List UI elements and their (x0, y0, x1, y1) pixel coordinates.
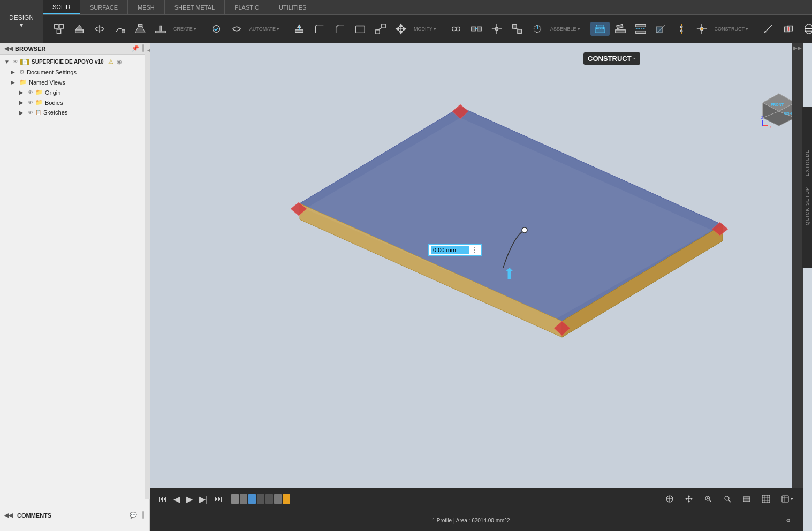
create-label[interactable]: CREATE ▾ (171, 26, 199, 32)
shell-btn[interactable] (351, 22, 370, 36)
point-btn[interactable] (692, 22, 711, 36)
browser-pin[interactable]: 📌 (132, 45, 139, 52)
svg-rect-43 (596, 25, 603, 29)
origin-item[interactable]: ▶ 👁 📁 Origin (0, 87, 149, 97)
svg-rect-111 (743, 497, 750, 502)
timeline-marker-1[interactable] (231, 494, 239, 504)
revolve-btn[interactable] (90, 22, 109, 36)
automate2-btn[interactable] (227, 22, 246, 36)
bottom-view-tools: ▾ (662, 494, 796, 504)
svg-rect-3 (75, 30, 84, 33)
svg-point-52 (680, 26, 682, 28)
tab-mesh[interactable]: MESH (128, 0, 165, 14)
ui-toggle-btn[interactable]: ▾ (778, 494, 796, 504)
svg-rect-0 (55, 25, 58, 28)
zoom-tool-btn[interactable] (701, 494, 716, 504)
timeline-marker-2[interactable] (240, 494, 247, 504)
tabs-area: SOLID SURFACE MESH SHEET METAL PLASTIC U… (43, 0, 812, 43)
tab-solid[interactable]: SOLID (43, 0, 80, 14)
nav-next-btn[interactable]: ▶| (197, 493, 210, 505)
chamfer-btn[interactable] (330, 22, 350, 36)
automate-label[interactable]: AUTOMATE ▾ (247, 26, 282, 32)
drive-joints-btn[interactable] (528, 22, 547, 36)
svg-rect-29 (472, 27, 475, 31)
axis-through-btn[interactable] (672, 22, 691, 36)
nav-play-btn[interactable]: ▶ (184, 493, 195, 505)
assemble-label[interactable]: ASSEMBLE ▾ (548, 26, 582, 32)
named-views-arrow: ▶ (11, 79, 17, 85)
bodies-eye-icon: 👁 (28, 100, 33, 105)
comments-collapse[interactable]: ┃ (141, 512, 145, 519)
timeline-marker-4[interactable] (265, 494, 273, 504)
bodies-item[interactable]: ▶ 👁 📁 Bodies (0, 97, 149, 108)
doc-warning-icon: ⚠ (108, 58, 113, 65)
fillet-btn[interactable] (310, 22, 329, 36)
midplane-btn[interactable] (631, 22, 650, 36)
offset-plane-btn[interactable] (590, 22, 610, 36)
move-handle[interactable]: ⬆ (503, 265, 515, 283)
svg-point-54 (700, 27, 703, 31)
timeline-markers (231, 494, 290, 504)
nav-prev-btn[interactable]: ◀ (171, 493, 182, 505)
tab-utilities[interactable]: UTILITIES (269, 0, 316, 14)
svg-rect-50 (656, 27, 662, 33)
svg-point-53 (680, 30, 682, 32)
orbit-tool-btn[interactable] (662, 494, 677, 504)
timeline-marker-3[interactable] (257, 494, 264, 504)
named-views-item[interactable]: ▶ 📁 Named Views (0, 77, 149, 87)
asbuilt-btn[interactable] (467, 22, 486, 36)
tab-plastic[interactable]: PLASTIC (225, 0, 269, 14)
measure-btn[interactable] (758, 22, 778, 36)
status-text: 1 Profile | Area : 62014.00 mm^2 (432, 518, 510, 524)
modify-label[interactable]: MODIFY ▾ (412, 26, 438, 32)
joint-btn[interactable] (446, 22, 466, 36)
svg-line-110 (728, 500, 731, 502)
rigid-group-btn[interactable] (507, 22, 527, 36)
interference-btn[interactable] (779, 22, 798, 36)
bodies-label: Bodies (45, 100, 63, 106)
svg-marker-26 (404, 27, 406, 31)
sketches-item[interactable]: ▶ 👁 📋 Sketches (0, 108, 149, 117)
loft-btn[interactable] (131, 22, 150, 36)
plane-through-btn[interactable] (651, 22, 671, 36)
dimension-options-btn[interactable]: ⋮ (471, 246, 479, 254)
sweep-btn[interactable] (110, 22, 130, 36)
press-pull-btn[interactable] (290, 22, 309, 36)
automate1-btn[interactable] (207, 22, 226, 36)
browser-content: ▼ 👁 📄 SUPERFICIE DE APOYO v10 ⚠ ◉ ▶ ⚙ Do… (0, 55, 149, 503)
scale-btn[interactable] (371, 22, 390, 36)
timeline-marker-sketch[interactable] (283, 494, 290, 504)
svg-text:Z: Z (761, 116, 764, 119)
zebra-btn[interactable] (799, 22, 812, 36)
dimension-input-field[interactable]: 0.00 mm (431, 246, 469, 254)
nav-last-btn[interactable]: ⏭ (212, 493, 225, 505)
assemble-group: ASSEMBLE ▾ (443, 15, 586, 43)
panel-right-arrow1[interactable]: ▶▶ (793, 45, 802, 51)
svg-rect-44 (615, 30, 625, 33)
plane-at-angle-btn[interactable] (611, 22, 630, 36)
inspect-group: INSPECT ▾ (755, 15, 812, 43)
construct-label[interactable]: CONSTRUCT ▾ (712, 26, 751, 32)
doc-settings-item[interactable]: ▶ ⚙ Document Settings (0, 67, 149, 77)
canvas-area: 0.00 mm ⋮ ⬆ FRONT RIGHT Z X CONSTRUCT - … (150, 43, 803, 530)
pan-tool-btn[interactable] (681, 494, 696, 504)
grid-display-btn[interactable] (758, 494, 773, 504)
create-group: CREATE ▾ (46, 15, 202, 43)
svg-rect-2 (57, 29, 60, 33)
extrude-btn[interactable] (70, 22, 89, 36)
move-btn[interactable] (391, 22, 411, 36)
rib-btn[interactable] (151, 22, 170, 36)
svg-rect-113 (762, 495, 770, 503)
joint-origin-btn[interactable] (487, 22, 506, 36)
new-component-btn[interactable] (49, 22, 69, 36)
document-root-item[interactable]: ▼ 👁 📄 SUPERFICIE DE APOYO v10 ⚠ ◉ (0, 57, 149, 67)
status-settings[interactable]: ⚙ (786, 518, 796, 524)
nav-first-btn[interactable]: ⏮ (156, 493, 169, 505)
zoom-fit-btn[interactable] (720, 494, 735, 504)
timeline-marker-5[interactable] (274, 494, 282, 504)
design-button[interactable]: DESIGN ▾ (0, 0, 43, 43)
timeline-marker-active[interactable] (248, 494, 256, 504)
tab-surface[interactable]: SURFACE (80, 0, 128, 14)
tab-sheetmetal[interactable]: SHEET METAL (165, 0, 225, 14)
display-mode-btn[interactable] (739, 494, 754, 504)
